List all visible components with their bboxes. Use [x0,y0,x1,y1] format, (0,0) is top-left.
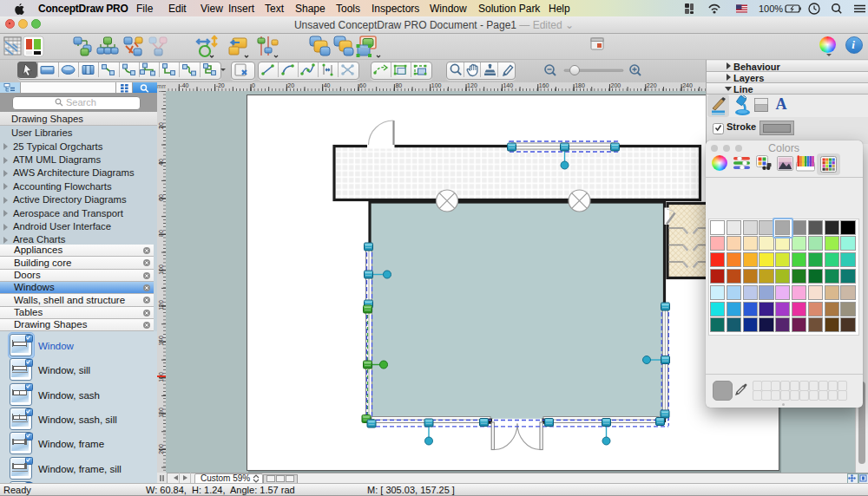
svg-text:100%: 100% [759,3,783,14]
